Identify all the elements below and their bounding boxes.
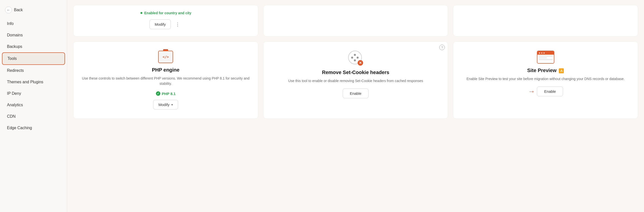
back-arrow-icon: ← — [5, 7, 12, 14]
partial-card-top: ● Enabled for country and city Modify ⋮ — [80, 10, 251, 29]
sidebar-item-edge-caching[interactable]: Edge Caching — [2, 122, 65, 134]
php-engine-desc: Use these controls to switch between dif… — [80, 76, 251, 86]
cards-grid: </> PHP engine Use these controls to swi… — [73, 41, 638, 119]
back-button[interactable]: ← Back — [0, 4, 67, 16]
php-icon: </> — [158, 51, 173, 63]
sidebar-item-tools[interactable]: Tools — [2, 52, 65, 65]
top-partial-row: ● Enabled for country and city Modify ⋮ — [73, 5, 638, 36]
chevron-down-icon: ▾ — [171, 103, 173, 106]
arrow-row: → Enable — [528, 87, 563, 96]
partial-card-3 — [453, 5, 638, 36]
php-status-dot: ✓ — [156, 91, 160, 96]
php-engine-card: </> PHP engine Use these controls to swi… — [73, 41, 258, 119]
cookie-enable-button[interactable]: Enable — [343, 89, 369, 98]
arrow-right-icon: → — [528, 88, 535, 96]
site-preview-card: Site Preview ⚠ Enable Site Preview to te… — [453, 41, 638, 119]
sidebar-item-themes-plugins[interactable]: Themes and Plugins — [2, 76, 65, 88]
main-content: ● Enabled for country and city Modify ⋮ … — [67, 0, 644, 212]
cookie-card-desc: Use this tool to enable or disable remov… — [288, 78, 423, 84]
enabled-status: ● Enabled for country and city — [140, 10, 191, 16]
warning-icon: ⚠ — [559, 68, 564, 73]
sidebar: ← Back Info Domains Backups Tools Redire… — [0, 0, 67, 212]
sidebar-item-analytics[interactable]: Analytics — [2, 99, 65, 111]
php-modify-button[interactable]: Modify ▾ — [153, 100, 178, 109]
sidebar-item-backups[interactable]: Backups — [2, 41, 65, 52]
sidebar-item-info[interactable]: Info — [2, 18, 65, 30]
preview-icon — [537, 51, 554, 64]
php-status: ✓ PHP 8.1 — [156, 91, 176, 96]
modify-button-1[interactable]: Modify — [150, 20, 171, 29]
preview-card-title: Site Preview ⚠ — [527, 68, 564, 73]
cookie-card-title: Remove Set-Cookie headers — [322, 70, 389, 75]
more-options-button[interactable]: ⋮ — [173, 21, 182, 28]
sidebar-item-cdn[interactable]: CDN — [2, 111, 65, 122]
partial-card-1: ● Enabled for country and city Modify ⋮ — [73, 5, 258, 36]
sidebar-item-domains[interactable]: Domains — [2, 30, 65, 41]
error-badge: ✕ — [358, 60, 363, 66]
partial-card-2 — [263, 5, 448, 36]
back-label: Back — [14, 8, 23, 12]
preview-card-desc: Enable Site Preview to test your site be… — [466, 76, 624, 82]
sidebar-item-ip-deny[interactable]: IP Deny — [2, 88, 65, 99]
preview-enable-button[interactable]: Enable — [537, 87, 563, 96]
cookie-icon: ✕ — [348, 51, 363, 66]
php-engine-title: PHP engine — [152, 67, 180, 73]
remove-cookie-card: ? — [263, 41, 448, 119]
help-icon[interactable]: ? — [439, 45, 445, 50]
modify-row: Modify ⋮ — [150, 20, 182, 29]
sidebar-item-redirects[interactable]: Redirects — [2, 65, 65, 76]
